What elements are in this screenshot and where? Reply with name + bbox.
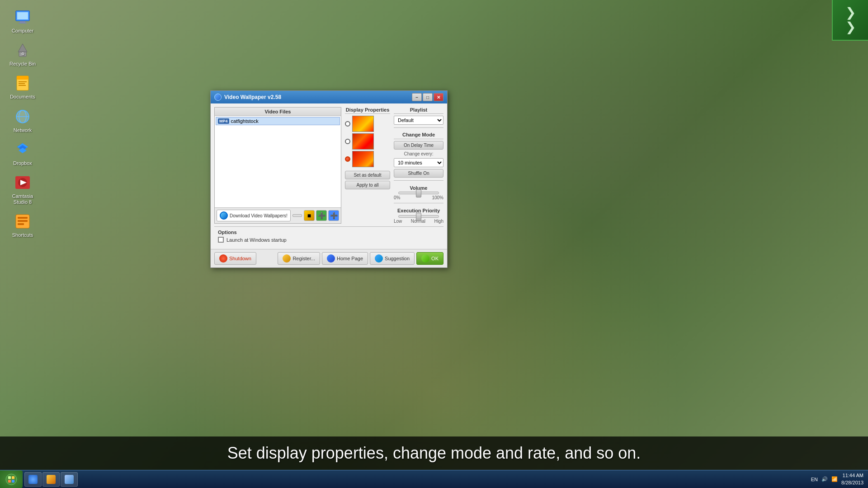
taskbar-app-3[interactable] — [61, 472, 78, 487]
svg-point-15 — [16, 110, 29, 123]
thumbnail-1[interactable] — [352, 116, 374, 132]
launch-startup-row[interactable]: Launch at Windows startup — [218, 237, 440, 243]
titlebar-controls: – □ ✕ — [412, 93, 443, 101]
on-delay-time-button[interactable]: On Delay Time — [394, 141, 443, 150]
priority-thumb[interactable] — [416, 213, 421, 221]
suggestion-label: Suggestion — [385, 256, 410, 261]
desktop-icon-documents[interactable]: Documents — [5, 70, 41, 103]
chevron-button[interactable]: ❯ ❯ — [832, 0, 868, 41]
dialog-body: Video Files MP4 catfightstock Download V… — [211, 103, 447, 249]
home-page-label: Home Page — [337, 256, 363, 261]
taskbar-app-icon-3 — [65, 475, 74, 484]
thumbnail-2[interactable] — [352, 133, 374, 150]
thumb-row-2[interactable] — [345, 133, 390, 150]
volume-max-label: 100% — [432, 195, 443, 200]
taskbar-system-tray: EN 🔊 📶 11:44 AM 8/28/2013 — [807, 472, 868, 486]
svg-marker-4 — [18, 44, 27, 52]
desktop-icon-shortcuts[interactable]: Shortcuts — [5, 209, 41, 242]
priority-low-label: Low — [394, 219, 402, 224]
taskbar-apps — [23, 472, 807, 487]
options-section: Options Launch at Windows startup — [214, 226, 443, 245]
change-mode-header: Change Mode — [394, 131, 443, 139]
shuffle-button[interactable]: Shuffle On — [394, 169, 443, 178]
svg-text:♻: ♻ — [21, 52, 24, 56]
color-tool-icon[interactable]: ■ — [304, 210, 315, 221]
playlist-panel: Playlist Default Change Mode On Delay Ti… — [394, 107, 443, 224]
desktop-icon-camtasia[interactable]: CamtasiaStudio 8 — [5, 170, 41, 209]
video-list-item[interactable]: MP4 catfightstock — [216, 117, 340, 125]
progress-slider[interactable] — [292, 214, 302, 217]
desktop-icon-computer[interactable]: Computer — [5, 5, 41, 38]
shutdown-label: Shutdown — [229, 256, 251, 261]
subtitle-text: Set display properties, change mode and … — [227, 444, 641, 462]
maximize-button[interactable]: □ — [423, 93, 433, 101]
thumbnail-3[interactable] — [352, 151, 374, 167]
volume-slider-wrap: 0% 100% — [394, 192, 443, 200]
download-button[interactable]: Download Video Wallpapers! — [217, 210, 291, 221]
execution-section: Execution Priority Low Normal High — [394, 208, 443, 224]
network-label: Network — [14, 127, 32, 133]
taskbar-clock[interactable]: 11:44 AM 8/28/2013 — [841, 472, 863, 486]
close-button[interactable]: ✕ — [434, 93, 443, 101]
video-files-panel: Video Files MP4 catfightstock Download V… — [214, 107, 341, 224]
volume-thumb[interactable] — [416, 189, 421, 197]
add-blue-icon[interactable]: ➕ — [328, 210, 339, 221]
launch-startup-checkbox[interactable] — [218, 237, 224, 243]
register-button[interactable]: Register... — [278, 252, 320, 265]
house-icon — [327, 254, 335, 263]
computer-label: Computer — [12, 28, 33, 34]
taskbar: EN 🔊 📶 11:44 AM 8/28/2013 — [0, 470, 868, 488]
svg-rect-3 — [19, 23, 27, 23]
taskbar-app-2[interactable] — [42, 472, 60, 487]
start-button[interactable] — [0, 470, 23, 488]
network-icon — [14, 108, 32, 126]
desktop-icon-dropbox[interactable]: Dropbox — [5, 137, 41, 170]
svg-rect-31 — [12, 476, 14, 479]
shortcuts-icon — [14, 212, 32, 230]
home-page-button[interactable]: Home Page — [322, 252, 368, 265]
radio-thumb-1[interactable] — [345, 121, 350, 127]
language-indicator: EN — [811, 477, 818, 482]
desktop-icon-recycle[interactable]: ♻ Recycle Bin — [5, 38, 41, 70]
radio-thumb-2[interactable] — [345, 139, 350, 144]
chevron-down-icon: ❯ — [845, 6, 856, 19]
taskbar-app-1[interactable] — [24, 472, 42, 487]
add-green-icon[interactable]: ➕ — [316, 210, 327, 221]
shutdown-button[interactable]: Shutdown — [214, 252, 256, 265]
svg-rect-11 — [19, 85, 26, 86]
priority-slider[interactable] — [398, 215, 439, 218]
thumb-row-3[interactable] — [345, 151, 390, 167]
dialog-title: Video Wallpaper v2.58 — [224, 94, 281, 100]
playlist-dropdown[interactable]: Default — [394, 116, 443, 125]
subtitle-bar: Set display properties, change mode and … — [0, 436, 868, 470]
apply-to-all-button[interactable]: Apply to all — [345, 181, 390, 189]
volume-indicator[interactable]: 🔊 — [821, 476, 828, 482]
volume-min-label: 0% — [394, 195, 400, 200]
set-as-default-button[interactable]: Set as default — [345, 171, 390, 179]
suggestion-button[interactable]: Suggestion — [370, 252, 415, 265]
video-filename: catfightstock — [231, 118, 259, 124]
volume-slider-container[interactable] — [394, 192, 443, 194]
priority-slider-container[interactable] — [394, 215, 443, 218]
thumb-row-1[interactable] — [345, 116, 390, 132]
footer-right-buttons: Register... Home Page Suggestion OK — [278, 252, 443, 265]
radio-thumb-3[interactable] — [345, 156, 350, 162]
video-wallpaper-dialog: Video Wallpaper v2.58 – □ ✕ Video Files … — [210, 90, 448, 268]
camtasia-icon — [14, 174, 32, 192]
camtasia-label: CamtasiaStudio 8 — [12, 193, 33, 205]
video-list[interactable]: MP4 catfightstock — [215, 116, 341, 207]
svg-rect-9 — [19, 81, 27, 82]
chevron-down-icon-2: ❯ — [845, 21, 856, 33]
desktop-icon-network[interactable]: Network — [5, 104, 41, 137]
volume-section: Volume 0% 100% — [394, 185, 443, 200]
launch-startup-label: Launch at Windows startup — [226, 237, 287, 243]
svg-rect-10 — [19, 83, 25, 84]
network-indicator[interactable]: 📶 — [831, 476, 838, 482]
interval-dropdown[interactable]: 10 minutes — [394, 158, 443, 167]
svg-point-29 — [6, 474, 17, 485]
volume-slider[interactable] — [398, 192, 439, 194]
minimize-button[interactable]: – — [412, 93, 422, 101]
shortcuts-label: Shortcuts — [12, 232, 33, 238]
ok-button[interactable]: OK — [416, 252, 443, 265]
documents-icon — [14, 74, 32, 92]
